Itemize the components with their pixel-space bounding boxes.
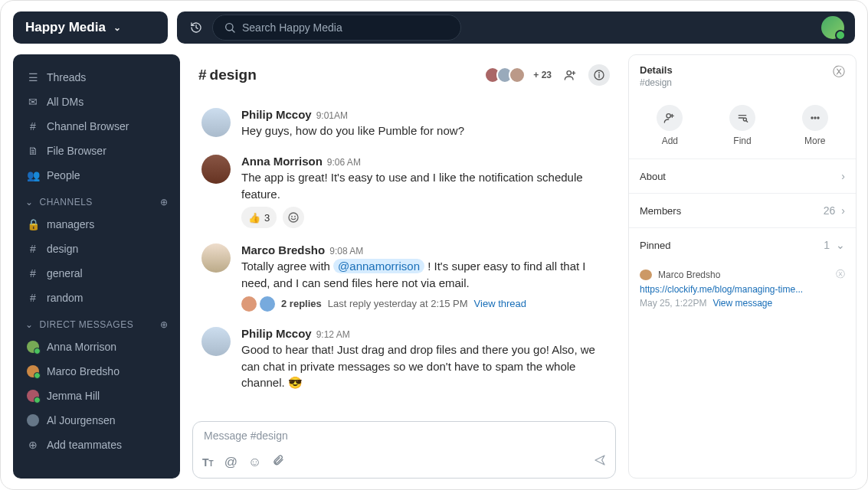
more-members-count[interactable]: + 23 xyxy=(533,70,552,80)
reaction-thumbs-up[interactable]: 👍3 xyxy=(241,207,277,228)
search-input[interactable]: Search Happy Media xyxy=(212,15,461,41)
dms-section-header[interactable]: ⌄ DIRECT MESSAGES ⊕ xyxy=(21,312,172,333)
info-icon[interactable] xyxy=(588,64,610,86)
close-icon[interactable]: ⓧ xyxy=(833,64,845,80)
add-channel-icon[interactable]: ⊕ xyxy=(160,197,169,207)
view-message-link[interactable]: View message xyxy=(712,298,772,309)
avatar[interactable] xyxy=(201,108,231,137)
message-time: 9:01AM xyxy=(316,110,348,121)
pinned-message[interactable]: Marco Bredshoⓧ https://clockify.me/blog/… xyxy=(629,262,856,318)
dm-avatar xyxy=(27,365,39,377)
file-browser-icon: 🗎 xyxy=(27,145,39,157)
channel-managers[interactable]: 🔒managers xyxy=(21,214,172,235)
people-icon: 👥 xyxy=(27,169,39,181)
sidebar-item-file-browser[interactable]: 🗎File Browser xyxy=(21,140,172,162)
sidebar-item-channel-browser[interactable]: #Channel Browser xyxy=(21,116,172,137)
sidebar-item-all-dms[interactable]: ✉All DMs xyxy=(21,91,172,113)
svg-point-8 xyxy=(289,213,298,222)
view-thread-link[interactable]: View thread xyxy=(474,298,526,309)
add-people-icon xyxy=(657,105,683,131)
add-people-icon[interactable] xyxy=(559,64,581,86)
message: Marco Bredsho9:08 AM Totally agree with … xyxy=(191,236,617,319)
details-title: Details xyxy=(640,64,673,76)
svg-point-19 xyxy=(814,117,816,119)
pinned-link[interactable]: https://clockify.me/blog/managing-time..… xyxy=(640,284,845,295)
dm-avatar xyxy=(27,341,39,353)
svg-line-17 xyxy=(746,121,748,122)
avatar xyxy=(640,270,652,280)
channel-random[interactable]: #random xyxy=(21,287,172,309)
message-author: Anna Morrison xyxy=(241,155,323,168)
dm-marco-bredsho[interactable]: Marco Bredsho xyxy=(21,361,172,382)
reply-avatar xyxy=(260,296,275,312)
channel-header: #design + 23 xyxy=(188,54,621,96)
avatar[interactable] xyxy=(201,243,231,273)
message-body: Hey guys, how do you like Pumble for now… xyxy=(241,122,464,139)
add-teammates[interactable]: ⊕Add teammates xyxy=(21,434,172,456)
action-more[interactable]: More xyxy=(802,105,828,146)
chevron-down-icon: ⌄ xyxy=(836,239,845,251)
history-icon[interactable] xyxy=(188,21,205,34)
dm-avatar xyxy=(27,414,39,426)
details-about-row[interactable]: About› xyxy=(629,159,856,194)
lock-icon: 🔒 xyxy=(27,218,39,230)
hash-icon: # xyxy=(27,292,39,304)
remove-pin-icon[interactable]: ⓧ xyxy=(836,268,845,281)
details-subtitle: #design xyxy=(640,77,673,88)
details-members-row[interactable]: Members26› xyxy=(629,194,856,228)
svg-point-9 xyxy=(292,217,293,217)
message-author: Philip Mccoy xyxy=(241,108,312,121)
search-icon xyxy=(224,21,236,34)
details-panel: Details #design ⓧ Add Find More About› M… xyxy=(628,54,857,479)
message: Anna Morrison9:06 AM The app is great! I… xyxy=(191,147,617,237)
svg-line-1 xyxy=(232,30,234,32)
message-time: 9:06 AM xyxy=(327,157,361,168)
channel-design[interactable]: #design xyxy=(21,238,172,260)
channels-section-header[interactable]: ⌄ CHANNELS ⊕ xyxy=(21,189,172,211)
channel-browser-icon: # xyxy=(27,120,39,132)
dm-anna-morrison[interactable]: Anna Morrison xyxy=(21,336,172,358)
emoji-icon[interactable]: ☺ xyxy=(248,455,261,470)
more-icon xyxy=(802,105,828,131)
mention[interactable]: @annamorrison xyxy=(333,259,424,273)
action-find[interactable]: Find xyxy=(729,105,755,146)
find-icon xyxy=(729,105,755,131)
dm-jemma-hill[interactable]: Jemma Hill xyxy=(21,385,172,407)
add-reaction-button[interactable] xyxy=(283,207,304,228)
send-icon[interactable] xyxy=(594,454,606,470)
svg-point-2 xyxy=(567,71,571,75)
channel-name: design xyxy=(210,67,257,83)
hash-icon: # xyxy=(27,243,39,255)
avatar[interactable] xyxy=(201,327,231,356)
attach-icon[interactable] xyxy=(272,454,284,470)
hash-icon: # xyxy=(27,267,39,279)
sidebar-item-threads[interactable]: ☰Threads xyxy=(21,67,172,88)
message-body: The app is great! It's easy to use and I… xyxy=(241,169,607,203)
member-stack[interactable] xyxy=(489,67,526,83)
hash-icon: # xyxy=(198,67,207,83)
channel-general[interactable]: #general xyxy=(21,263,172,284)
workspace-name: Happy Media xyxy=(25,20,106,35)
message-body: Good to hear that! Just drag and drop fi… xyxy=(241,341,607,391)
sidebar: ☰Threads ✉All DMs #Channel Browser 🗎File… xyxy=(13,54,180,479)
message-composer[interactable]: Message #design TT @ ☺ xyxy=(192,421,616,479)
dm-al-jourgensen[interactable]: Al Jourgensen xyxy=(21,410,172,431)
action-add[interactable]: Add xyxy=(657,105,683,146)
add-dm-icon[interactable]: ⊕ xyxy=(160,319,169,330)
message-author: Philip Mccoy xyxy=(241,327,312,340)
threads-icon: ☰ xyxy=(27,71,39,83)
sidebar-item-people[interactable]: 👥People xyxy=(21,165,172,186)
details-pinned-row[interactable]: Pinned1⌄ xyxy=(629,228,856,262)
avatar[interactable] xyxy=(201,155,231,184)
svg-point-7 xyxy=(599,73,600,74)
svg-point-11 xyxy=(667,114,670,118)
composer-input[interactable]: Message #design xyxy=(193,422,615,449)
message-author: Marco Bredsho xyxy=(241,243,325,256)
chevron-right-icon: › xyxy=(841,170,845,182)
mention-icon[interactable]: @ xyxy=(224,455,237,470)
last-reply-time: Last reply yesterday at 2:15 PM xyxy=(328,298,468,309)
profile-avatar[interactable] xyxy=(821,16,844,39)
workspace-switcher[interactable]: Happy Media ⌄ xyxy=(13,11,168,44)
formatting-icon[interactable]: TT xyxy=(202,456,214,469)
message-list[interactable]: Philip Mccoy9:01AM Hey guys, how do you … xyxy=(188,96,621,421)
